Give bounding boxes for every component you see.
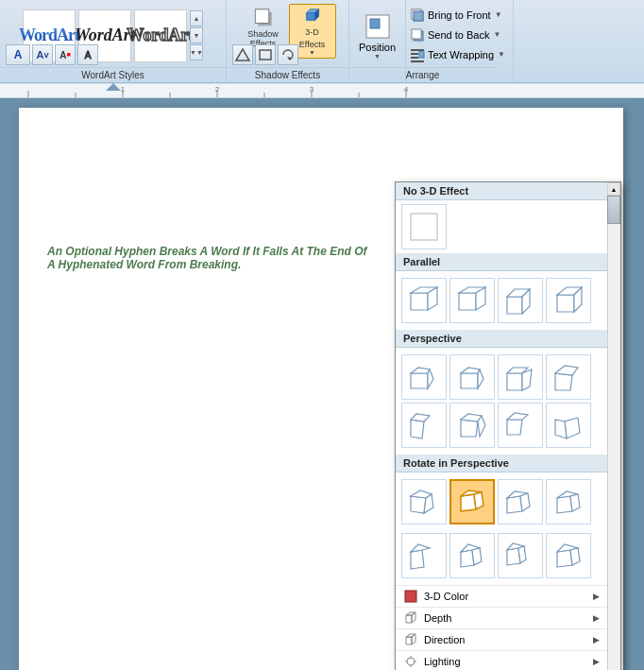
- parallel-2[interactable]: [449, 278, 495, 323]
- bring-to-front-button[interactable]: Bring to Front ▼: [406, 6, 509, 25]
- wordart-font-btn[interactable]: A: [6, 44, 30, 65]
- rotate-8[interactable]: [546, 533, 591, 578]
- svg-rect-10: [370, 19, 380, 28]
- send-to-back-button[interactable]: Send to Back ▼: [406, 26, 509, 44]
- perspective-2[interactable]: [449, 354, 495, 400]
- rotate-2-selected[interactable]: [449, 479, 495, 524]
- text-wrapping-button[interactable]: Text Wrapping ▼: [406, 45, 509, 64]
- parallel-3[interactable]: [498, 278, 543, 323]
- shape-btn-2[interactable]: [255, 44, 276, 65]
- wordart-style-3[interactable]: WordArt: [134, 9, 187, 62]
- svg-marker-83: [570, 494, 580, 511]
- svg-marker-68: [507, 420, 522, 435]
- bring-front-arrow: ▼: [495, 10, 502, 19]
- perspective-header: Perspective: [396, 330, 607, 348]
- shadow-effects-icon: [248, 7, 279, 28]
- wordart-styles-label: WordArt Styles: [0, 67, 226, 80]
- svg-marker-88: [472, 548, 482, 565]
- svg-marker-54: [428, 369, 433, 388]
- rotate-7[interactable]: [498, 533, 543, 578]
- gallery-scroll-down[interactable]: ▼: [190, 27, 203, 43]
- 3d-effects-btn-label2: Effects: [299, 40, 325, 49]
- 3d-color-arrow: ▶: [593, 592, 600, 601]
- svg-marker-67: [478, 416, 485, 437]
- 3d-color-icon: [403, 589, 418, 604]
- position-btn-label: Position: [359, 42, 396, 53]
- svg-marker-52: [411, 373, 428, 388]
- svg-marker-62: [555, 366, 578, 375]
- perspective-7[interactable]: [498, 403, 543, 448]
- 3d-effects-btn-label: 3-D: [305, 28, 319, 38]
- svg-marker-72: [411, 496, 426, 513]
- svg-marker-46: [507, 297, 522, 314]
- parallel-label: Parallel: [403, 256, 440, 267]
- perspective-8[interactable]: [546, 403, 591, 448]
- svg-rect-19: [419, 51, 424, 58]
- perspective-1[interactable]: [401, 354, 447, 400]
- svg-marker-85: [411, 544, 430, 552]
- arrange-label: Arrange: [349, 67, 496, 80]
- bring-front-icon: [410, 8, 425, 23]
- perspective-5[interactable]: [401, 403, 447, 448]
- svg-marker-43: [459, 293, 476, 310]
- perspective-6[interactable]: [449, 403, 495, 448]
- direction-icon: [403, 632, 418, 647]
- gallery-scroll-expand[interactable]: ▼▼: [190, 44, 203, 60]
- perspective-label: Perspective: [403, 333, 462, 344]
- direction-arrow: ▶: [593, 635, 600, 644]
- wordart-outline-btn[interactable]: A: [77, 44, 98, 65]
- dropdown-content: No 3-D Effect Parallel: [396, 182, 607, 670]
- wordart-styles-section: WordArt WordArt WordArt ▲ ▼ ▼▼ A Av A■ A…: [0, 0, 227, 82]
- shape-btn-1[interactable]: [232, 44, 253, 65]
- no-3d-header: No 3-D Effect: [396, 182, 607, 200]
- rotate-3[interactable]: [498, 479, 543, 524]
- svg-marker-78: [507, 496, 522, 513]
- ruler-svg: 1 2 3 4: [0, 83, 644, 98]
- svg-marker-60: [522, 369, 532, 390]
- parallel-4[interactable]: [546, 278, 591, 323]
- direction-menu-item[interactable]: Direction ▶: [396, 628, 607, 650]
- svg-marker-49: [557, 295, 574, 312]
- 3d-color-label: 3-D Color: [424, 591, 587, 602]
- perspective-3[interactable]: [498, 354, 543, 400]
- svg-text:3: 3: [310, 85, 314, 94]
- document-area: An Optional Hyphen Breaks A Word If It F…: [0, 98, 644, 670]
- svg-rect-22: [0, 83, 644, 98]
- position-dropdown-arrow: ▼: [374, 53, 381, 60]
- gallery-scroll-up[interactable]: ▲: [190, 10, 203, 26]
- rotate-btn[interactable]: [278, 44, 298, 65]
- document-text: An Optional Hyphen Breaks A Word If It F…: [47, 245, 366, 271]
- svg-marker-80: [520, 493, 530, 511]
- wordart-color-btn[interactable]: A■: [55, 44, 76, 65]
- svg-marker-61: [555, 373, 572, 390]
- send-back-icon: [410, 27, 425, 43]
- svg-rect-7: [260, 50, 271, 60]
- svg-rect-21: [411, 60, 424, 62]
- gallery-scroll: ▲ ▼ ▼▼: [190, 10, 203, 60]
- perspective-4[interactable]: [546, 354, 591, 400]
- svg-marker-101: [412, 634, 415, 644]
- scroll-thumb[interactable]: [607, 196, 620, 224]
- rotate-4[interactable]: [546, 479, 591, 524]
- svg-marker-99: [406, 637, 412, 644]
- rotate-6[interactable]: [449, 533, 495, 578]
- lighting-menu-item[interactable]: Lighting ▶: [396, 650, 607, 670]
- rotate-1[interactable]: [401, 479, 447, 524]
- svg-marker-6: [236, 49, 249, 60]
- depth-menu-item[interactable]: Depth ▶: [396, 607, 607, 628]
- 3d-effects-icon: [297, 7, 328, 26]
- wordart-spacing-btn[interactable]: Av: [32, 44, 53, 65]
- no-effect-cell[interactable]: [401, 204, 447, 249]
- position-button[interactable]: Position ▼: [354, 9, 401, 63]
- rotate-5[interactable]: [401, 533, 447, 578]
- 3d-color-menu-item[interactable]: 3-D Color ▶: [396, 585, 607, 607]
- svg-point-102: [407, 658, 415, 665]
- svg-marker-56: [461, 368, 480, 373]
- doc-text-line1: An Optional Hyphen Breaks A Word If It F…: [47, 245, 366, 258]
- rotate-perspective-grid-1: [401, 476, 602, 527]
- svg-marker-3: [306, 13, 314, 21]
- parallel-1[interactable]: [401, 278, 447, 323]
- position-icon: [363, 11, 393, 42]
- depth-arrow: ▶: [593, 613, 600, 623]
- scroll-up-btn[interactable]: ▲: [607, 182, 620, 196]
